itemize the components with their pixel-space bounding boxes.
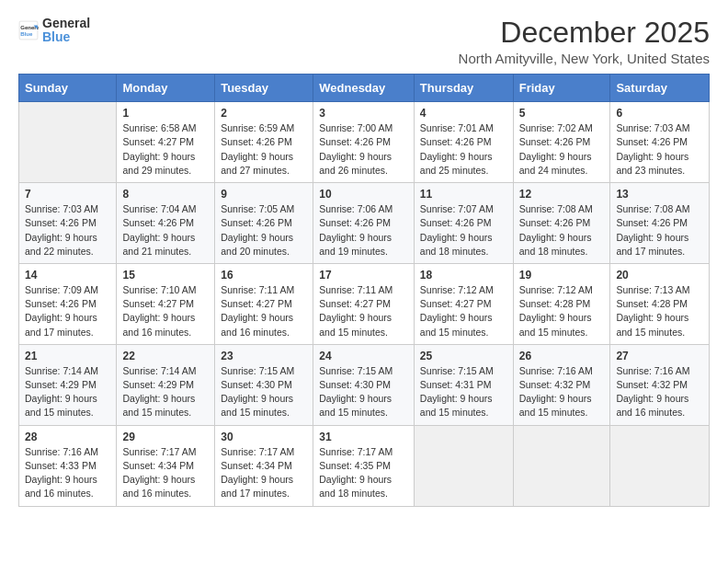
calendar-header-row: SundayMondayTuesdayWednesdayThursdayFrid… [19, 75, 710, 102]
cell-detail: Sunrise: 7:17 AMSunset: 4:34 PMDaylight:… [221, 445, 307, 501]
cell-day-number: 26 [519, 350, 605, 362]
calendar-cell: 11Sunrise: 7:07 AMSunset: 4:26 PMDayligh… [414, 183, 513, 264]
cell-detail: Sunrise: 7:15 AMSunset: 4:31 PMDaylight:… [420, 364, 507, 420]
cell-day-number: 23 [221, 350, 307, 362]
title-block: December 2025 North Amityville, New York… [459, 17, 710, 66]
calendar-cell: 10Sunrise: 7:06 AMSunset: 4:26 PMDayligh… [313, 183, 415, 264]
cell-detail: Sunrise: 7:17 AMSunset: 4:34 PMDaylight:… [122, 445, 209, 501]
cell-detail: Sunrise: 7:03 AMSunset: 4:26 PMDaylight:… [616, 121, 703, 178]
cell-day-number: 31 [319, 431, 408, 443]
cell-day-number: 27 [616, 350, 703, 362]
cell-detail: Sunrise: 7:16 AMSunset: 4:32 PMDaylight:… [616, 364, 703, 420]
cell-day-number: 7 [25, 188, 110, 201]
logo-general: General [42, 17, 90, 30]
cell-detail: Sunrise: 7:00 AMSunset: 4:26 PMDaylight:… [319, 121, 408, 178]
cell-detail: Sunrise: 7:16 AMSunset: 4:32 PMDaylight:… [519, 364, 605, 420]
cell-day-number: 22 [122, 350, 209, 362]
calendar-cell: 1Sunrise: 6:58 AMSunset: 4:27 PMDaylight… [117, 102, 215, 183]
calendar-cell: 3Sunrise: 7:00 AMSunset: 4:26 PMDaylight… [313, 102, 415, 183]
calendar-cell: 29Sunrise: 7:17 AMSunset: 4:34 PMDayligh… [117, 425, 215, 506]
cell-detail: Sunrise: 7:10 AMSunset: 4:27 PMDaylight:… [122, 283, 209, 339]
cell-detail: Sunrise: 7:15 AMSunset: 4:30 PMDaylight:… [319, 364, 408, 420]
cell-day-number: 28 [25, 431, 110, 443]
cell-detail: Sunrise: 7:11 AMSunset: 4:27 PMDaylight:… [319, 283, 408, 339]
calendar-cell: 19Sunrise: 7:12 AMSunset: 4:28 PMDayligh… [513, 263, 610, 344]
header-day-tuesday: Tuesday [215, 75, 313, 102]
cell-detail: Sunrise: 7:07 AMSunset: 4:26 PMDaylight:… [420, 202, 507, 259]
calendar-cell: 26Sunrise: 7:16 AMSunset: 4:32 PMDayligh… [513, 344, 610, 425]
header-day-thursday: Thursday [414, 75, 513, 102]
calendar-cell: 24Sunrise: 7:15 AMSunset: 4:30 PMDayligh… [313, 344, 415, 425]
calendar-cell: 13Sunrise: 7:08 AMSunset: 4:26 PMDayligh… [610, 183, 710, 264]
cell-day-number: 24 [319, 350, 408, 362]
logo: General Blue General Blue [18, 17, 90, 45]
logo-icon: General Blue [18, 20, 39, 40]
calendar-cell: 28Sunrise: 7:16 AMSunset: 4:33 PMDayligh… [19, 425, 117, 506]
cell-day-number: 6 [616, 107, 703, 120]
cell-detail: Sunrise: 7:08 AMSunset: 4:26 PMDaylight:… [616, 202, 703, 259]
cell-detail: Sunrise: 7:13 AMSunset: 4:28 PMDaylight:… [616, 283, 703, 339]
calendar-cell: 18Sunrise: 7:12 AMSunset: 4:27 PMDayligh… [414, 263, 513, 344]
cell-detail: Sunrise: 7:17 AMSunset: 4:35 PMDaylight:… [319, 445, 408, 501]
cell-day-number: 3 [319, 107, 408, 120]
calendar-week-row: 14Sunrise: 7:09 AMSunset: 4:26 PMDayligh… [19, 263, 710, 344]
cell-detail: Sunrise: 7:06 AMSunset: 4:26 PMDaylight:… [319, 202, 408, 259]
calendar-cell [610, 425, 710, 506]
cell-detail: Sunrise: 7:14 AMSunset: 4:29 PMDaylight:… [25, 364, 110, 420]
cell-day-number: 9 [221, 188, 307, 201]
cell-detail: Sunrise: 7:04 AMSunset: 4:26 PMDaylight:… [122, 202, 209, 259]
cell-day-number: 18 [420, 269, 507, 282]
calendar-week-row: 7Sunrise: 7:03 AMSunset: 4:26 PMDaylight… [19, 183, 710, 264]
calendar-cell: 22Sunrise: 7:14 AMSunset: 4:29 PMDayligh… [117, 344, 215, 425]
cell-detail: Sunrise: 7:08 AMSunset: 4:26 PMDaylight:… [519, 202, 605, 259]
cell-detail: Sunrise: 7:02 AMSunset: 4:26 PMDaylight:… [519, 121, 605, 178]
calendar-cell: 8Sunrise: 7:04 AMSunset: 4:26 PMDaylight… [117, 183, 215, 264]
cell-day-number: 15 [122, 269, 209, 282]
cell-day-number: 2 [221, 107, 307, 120]
calendar-cell: 21Sunrise: 7:14 AMSunset: 4:29 PMDayligh… [19, 344, 117, 425]
header-day-saturday: Saturday [610, 75, 710, 102]
cell-day-number: 11 [420, 188, 507, 201]
cell-day-number: 16 [221, 269, 307, 282]
calendar-cell: 15Sunrise: 7:10 AMSunset: 4:27 PMDayligh… [117, 263, 215, 344]
cell-day-number: 17 [319, 269, 408, 282]
calendar-cell [19, 102, 117, 183]
calendar-week-row: 21Sunrise: 7:14 AMSunset: 4:29 PMDayligh… [19, 344, 710, 425]
cell-detail: Sunrise: 7:16 AMSunset: 4:33 PMDaylight:… [25, 445, 110, 501]
cell-day-number: 5 [519, 107, 605, 120]
cell-detail: Sunrise: 7:12 AMSunset: 4:27 PMDaylight:… [420, 283, 507, 339]
calendar-cell: 30Sunrise: 7:17 AMSunset: 4:34 PMDayligh… [215, 425, 313, 506]
calendar-cell: 2Sunrise: 6:59 AMSunset: 4:26 PMDaylight… [215, 102, 313, 183]
cell-day-number: 1 [122, 107, 209, 120]
cell-detail: Sunrise: 7:12 AMSunset: 4:28 PMDaylight:… [519, 283, 605, 339]
cell-detail: Sunrise: 6:58 AMSunset: 4:27 PMDaylight:… [122, 121, 209, 178]
cell-detail: Sunrise: 7:14 AMSunset: 4:29 PMDaylight:… [122, 364, 209, 420]
calendar-table: SundayMondayTuesdayWednesdayThursdayFrid… [18, 74, 710, 506]
cell-detail: Sunrise: 7:01 AMSunset: 4:26 PMDaylight:… [420, 121, 507, 178]
cell-day-number: 14 [25, 269, 110, 282]
subtitle: North Amityville, New York, United State… [459, 51, 710, 66]
cell-detail: Sunrise: 7:03 AMSunset: 4:26 PMDaylight:… [25, 202, 110, 259]
calendar-cell: 14Sunrise: 7:09 AMSunset: 4:26 PMDayligh… [19, 263, 117, 344]
cell-day-number: 29 [122, 431, 209, 443]
calendar-cell [513, 425, 610, 506]
header-day-wednesday: Wednesday [313, 75, 415, 102]
calendar-cell: 16Sunrise: 7:11 AMSunset: 4:27 PMDayligh… [215, 263, 313, 344]
page: General Blue General Blue December 2025 … [0, 0, 728, 563]
calendar-cell: 12Sunrise: 7:08 AMSunset: 4:26 PMDayligh… [513, 183, 610, 264]
calendar-cell: 20Sunrise: 7:13 AMSunset: 4:28 PMDayligh… [610, 263, 710, 344]
calendar-cell: 4Sunrise: 7:01 AMSunset: 4:26 PMDaylight… [414, 102, 513, 183]
calendar-cell [414, 425, 513, 506]
cell-day-number: 12 [519, 188, 605, 201]
header-day-sunday: Sunday [19, 75, 117, 102]
cell-detail: Sunrise: 7:15 AMSunset: 4:30 PMDaylight:… [221, 364, 307, 420]
cell-day-number: 8 [122, 188, 209, 201]
calendar-cell: 7Sunrise: 7:03 AMSunset: 4:26 PMDaylight… [19, 183, 117, 264]
calendar-cell: 27Sunrise: 7:16 AMSunset: 4:32 PMDayligh… [610, 344, 710, 425]
calendar-cell: 6Sunrise: 7:03 AMSunset: 4:26 PMDaylight… [610, 102, 710, 183]
calendar-week-row: 28Sunrise: 7:16 AMSunset: 4:33 PMDayligh… [19, 425, 710, 506]
cell-day-number: 13 [616, 188, 703, 201]
cell-day-number: 19 [519, 269, 605, 282]
cell-detail: Sunrise: 7:05 AMSunset: 4:26 PMDaylight:… [221, 202, 307, 259]
cell-day-number: 10 [319, 188, 408, 201]
